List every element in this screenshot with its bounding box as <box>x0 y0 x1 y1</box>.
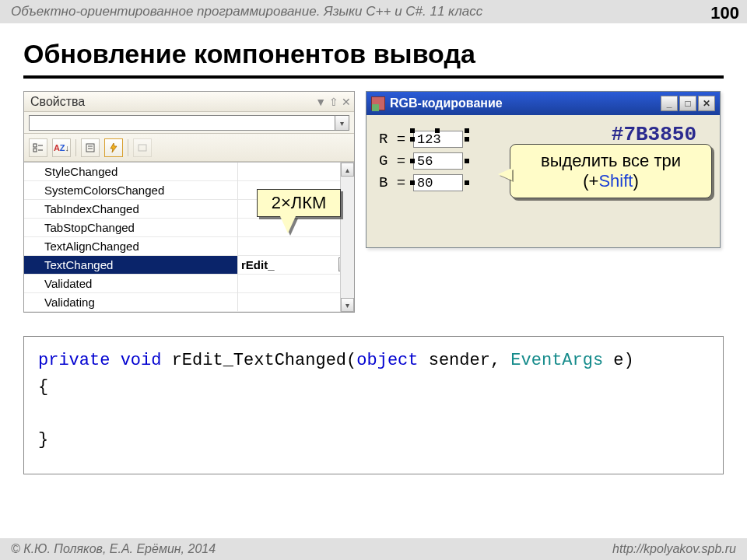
selection-handle[interactable] <box>465 128 469 133</box>
event-row[interactable]: TextChangedrEdit_▾ <box>24 256 354 275</box>
svg-rect-1 <box>33 149 37 152</box>
event-row[interactable]: TextAlignChanged <box>24 237 354 256</box>
page-title: Обновление компонентов вывода <box>23 39 724 69</box>
minimize-button[interactable]: _ <box>661 96 678 111</box>
close-button[interactable]: ✕ <box>698 96 715 111</box>
panel-toolbar: AZ↓ <box>24 134 354 162</box>
event-row[interactable]: TabStopChanged <box>24 219 354 237</box>
alphabetical-button[interactable]: AZ↓ <box>52 138 71 157</box>
event-list: StyleChangedSystemColorsChangedTabIndexC… <box>24 162 354 312</box>
event-row[interactable]: StyleChanged <box>24 163 354 181</box>
panel-title-text: Свойства <box>30 95 85 109</box>
toolbar-divider <box>75 139 76 156</box>
field-input[interactable]: 123 <box>413 131 463 148</box>
property-pages-button[interactable] <box>133 138 152 157</box>
event-value[interactable] <box>238 293 354 312</box>
callout-line1: выделить все три <box>523 151 699 171</box>
categorized-button[interactable] <box>29 138 47 157</box>
svg-rect-8 <box>139 145 146 151</box>
callout-tail <box>498 168 512 180</box>
callout-double-click: 2×ЛКМ <box>257 189 341 217</box>
object-selector[interactable]: ▾ <box>29 115 349 131</box>
event-row[interactable]: Validated <box>24 275 354 293</box>
event-value[interactable] <box>238 237 354 256</box>
events-button[interactable] <box>104 138 123 157</box>
dropdown-icon[interactable]: ▼ <box>315 96 326 108</box>
properties-button[interactable] <box>81 138 100 157</box>
selection-handle[interactable] <box>465 137 469 142</box>
field-input[interactable]: 80 <box>413 174 463 191</box>
footer: © К.Ю. Поляков, Е.А. Ерёмин, 2014 http:/… <box>0 538 747 560</box>
selection-handle[interactable] <box>410 180 415 185</box>
chevron-down-icon[interactable]: ▾ <box>335 116 349 130</box>
panel-title: Свойства ▼ ⇧ ✕ <box>24 92 354 112</box>
event-value[interactable] <box>238 163 354 181</box>
event-name: Validating <box>24 293 238 312</box>
app-icon <box>371 96 385 110</box>
callout-tail <box>280 216 296 233</box>
selection-handle[interactable] <box>410 137 415 142</box>
header-bar: Объектно-ориентированное программировани… <box>0 0 747 23</box>
field-input[interactable]: 56 <box>413 152 463 170</box>
event-name: TextChanged <box>24 256 238 275</box>
page-number: 100 <box>710 3 739 23</box>
event-value[interactable] <box>238 219 354 237</box>
callout-select-all: выделить все три (+Shift) <box>510 144 712 198</box>
svg-rect-4 <box>86 144 94 152</box>
selection-handle[interactable] <box>465 159 469 163</box>
callout-line2: (+Shift) <box>523 171 699 191</box>
footer-left: © К.Ю. Поляков, Е.А. Ерёмин, 2014 <box>11 542 216 556</box>
selection-handle[interactable] <box>410 159 415 163</box>
field-label: G = <box>379 152 409 170</box>
scroll-up-button[interactable]: ▴ <box>341 163 354 177</box>
scrollbar[interactable]: ▴ ▾ <box>340 163 354 312</box>
title-underline <box>23 75 724 79</box>
svg-rect-0 <box>33 144 37 147</box>
breadcrumb: Объектно-ориентированное программировани… <box>11 4 482 19</box>
event-name: TextAlignChanged <box>24 237 238 256</box>
close-icon[interactable]: ✕ <box>342 96 351 108</box>
code-snippet: private void rEdit_TextChanged(object se… <box>23 336 724 474</box>
event-name: StyleChanged <box>24 163 238 181</box>
event-row[interactable]: Validating <box>24 293 354 312</box>
window-title: RGB-кодирование <box>390 96 503 110</box>
event-name: TabStopChanged <box>24 219 238 237</box>
toolbar-divider <box>128 139 128 156</box>
event-name: SystemColorsChanged <box>24 181 238 200</box>
titlebar[interactable]: RGB-кодирование _ □ ✕ <box>366 92 720 115</box>
maximize-button[interactable]: □ <box>679 96 696 111</box>
field-label: B = <box>379 174 409 191</box>
selection-handle[interactable] <box>465 180 469 185</box>
event-value[interactable]: rEdit_▾ <box>238 256 354 275</box>
scroll-down-button[interactable]: ▾ <box>341 298 354 312</box>
field-label: R = <box>379 131 409 148</box>
footer-right: http://kpolyakov.spb.ru <box>612 542 736 556</box>
event-name: Validated <box>24 275 238 293</box>
event-value[interactable] <box>238 275 354 293</box>
event-name: TabIndexChanged <box>24 200 238 219</box>
svg-marker-7 <box>110 143 117 152</box>
pin-icon[interactable]: ⇧ <box>329 96 338 108</box>
selection-handle[interactable] <box>410 128 415 133</box>
selection-handle[interactable] <box>435 128 440 133</box>
